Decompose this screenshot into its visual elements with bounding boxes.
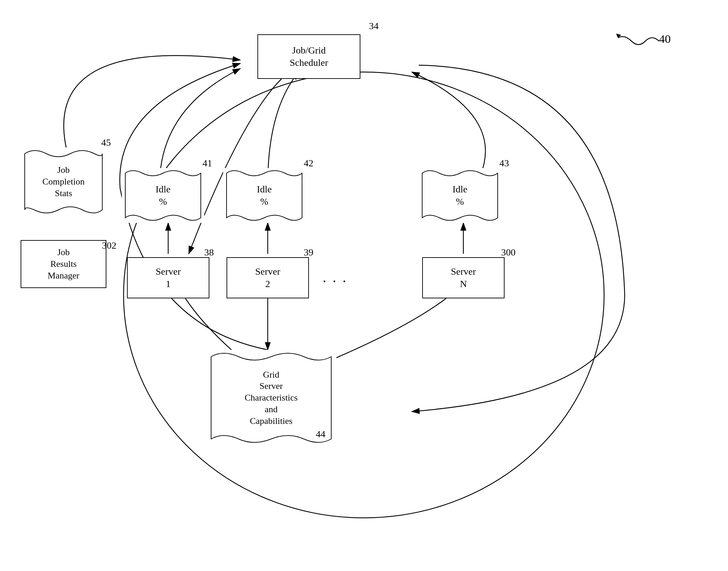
server2-box: Server2	[227, 257, 309, 298]
idle2-label: Idle%	[257, 183, 272, 208]
ref-45: 45	[101, 137, 111, 148]
ref-44: 44	[316, 429, 325, 440]
ref-302: 302	[102, 240, 116, 251]
serverN-label: ServerN	[451, 265, 476, 290]
ellipsis: . . .	[323, 269, 348, 286]
job-results-label: JobResultsManager	[48, 247, 79, 281]
job-completion-box: JobCompletionStats	[21, 147, 106, 216]
arrows-overlay	[0, 0, 728, 571]
server2-label: Server2	[255, 265, 280, 290]
idleN-label: Idle%	[452, 183, 467, 208]
grid-chars-label: GridServerCharacteristicsandCapabilities	[245, 369, 298, 427]
ref-39: 39	[304, 247, 313, 258]
job-completion-label: JobCompletionStats	[43, 164, 85, 199]
idle2-box: Idle%	[223, 168, 305, 223]
serverN-box: ServerN	[422, 257, 505, 298]
ref-42: 42	[304, 158, 313, 169]
ref-34: 34	[369, 21, 379, 32]
ref-300: 300	[501, 247, 516, 258]
job-results-box: JobResultsManager	[21, 240, 106, 288]
ref-38: 38	[204, 247, 214, 258]
idle1-label: Idle%	[155, 183, 171, 208]
scheduler-label: Job/GridScheduler	[290, 44, 328, 69]
diagram: Job/GridScheduler 34 Server1 38 Server2 …	[0, 0, 728, 571]
ref40-arrow	[611, 27, 666, 55]
server1-box: Server1	[127, 257, 209, 298]
ref-43: 43	[499, 158, 509, 169]
ref-41: 41	[203, 158, 212, 169]
scheduler-box: Job/GridScheduler	[257, 34, 360, 79]
idleN-box: Idle%	[419, 168, 501, 223]
idle1-box: Idle%	[122, 168, 204, 223]
server1-label: Server1	[155, 265, 181, 290]
